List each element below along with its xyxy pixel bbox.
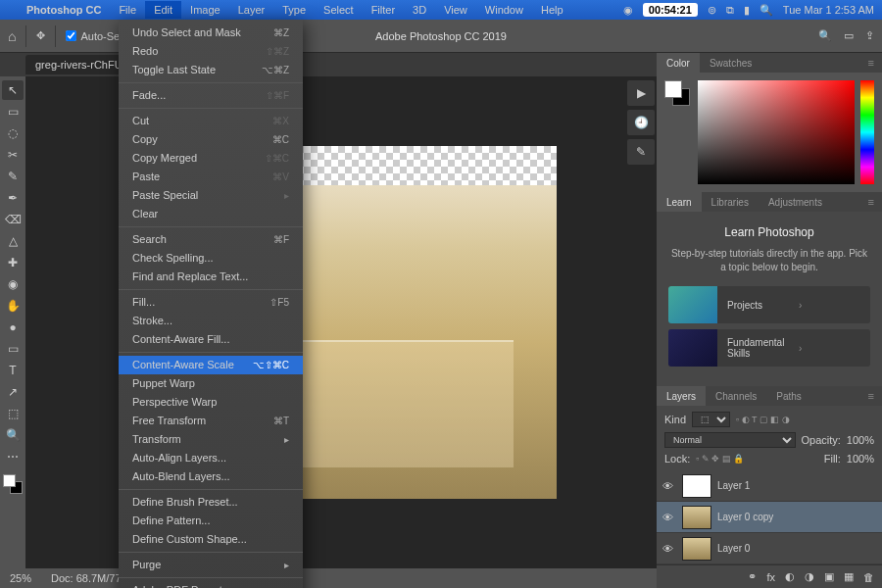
layer-row[interactable]: 👁Layer 1 bbox=[657, 470, 882, 502]
history-panel-icon[interactable]: 🕘 bbox=[627, 110, 655, 135]
menu-type[interactable]: Type bbox=[273, 1, 315, 19]
learn-item-projects[interactable]: Projects › bbox=[668, 286, 870, 323]
menu-item[interactable]: Perspective Warp bbox=[119, 393, 303, 412]
tool-2[interactable]: ◌ bbox=[2, 123, 24, 143]
menu-item[interactable]: Free Transform⌘T bbox=[119, 412, 303, 430]
record-icon[interactable]: ◉ bbox=[623, 4, 633, 17]
adjustment-icon[interactable]: ◑ bbox=[805, 570, 814, 583]
tool-17[interactable]: ⋯ bbox=[2, 447, 24, 466]
link-layers-icon[interactable]: ⚭ bbox=[748, 570, 757, 583]
left-toolbar: ↖▭◌✂✎✒⌫△✚◉✋●▭T↗⬚🔍⋯ bbox=[0, 76, 25, 568]
menu-item[interactable]: Check Spelling... bbox=[119, 249, 303, 268]
layers-footer: ⚭ fx ◐ ◑ ▣ ▦ 🗑 bbox=[657, 564, 882, 588]
menu-item[interactable]: Content-Aware Scale⌥⇧⌘C bbox=[119, 356, 303, 374]
color-swatch[interactable] bbox=[3, 474, 23, 494]
menu-edit[interactable]: Edit bbox=[145, 1, 181, 19]
tool-14[interactable]: ↗ bbox=[2, 382, 24, 402]
tab-learn[interactable]: Learn bbox=[657, 192, 702, 212]
tool-3[interactable]: ✂ bbox=[2, 145, 24, 165]
menu-item[interactable]: Stroke... bbox=[119, 312, 303, 330]
menu-item[interactable]: Search⌘F bbox=[119, 230, 303, 249]
menu-window[interactable]: Window bbox=[476, 1, 532, 19]
menu-filter[interactable]: Filter bbox=[363, 1, 404, 19]
menu-view[interactable]: View bbox=[435, 1, 476, 19]
tool-5[interactable]: ✒ bbox=[2, 188, 24, 208]
menu-item[interactable]: Undo Select and Mask⌘Z bbox=[119, 24, 303, 42]
tab-libraries[interactable]: Libraries bbox=[702, 192, 759, 212]
tool-16[interactable]: 🔍 bbox=[2, 425, 24, 445]
layer-row[interactable]: 👁Layer 0 bbox=[657, 533, 882, 564]
panel-menu-icon[interactable]: ≡ bbox=[860, 192, 882, 212]
tool-13[interactable]: T bbox=[2, 361, 24, 380]
menu-item[interactable]: Toggle Last State⌥⌘Z bbox=[119, 61, 303, 79]
menu-item[interactable]: Purge▸ bbox=[119, 556, 303, 574]
tab-adjustments[interactable]: Adjustments bbox=[759, 192, 832, 212]
menu-item[interactable]: Transform▸ bbox=[119, 430, 303, 449]
learn-item-fundamentals[interactable]: Fundamental Skills › bbox=[668, 329, 870, 367]
share-icon[interactable]: ⇪ bbox=[865, 29, 874, 42]
tool-15[interactable]: ⬚ bbox=[2, 404, 24, 423]
menu-clock[interactable]: Tue Mar 1 2:53 AM bbox=[783, 4, 874, 16]
fx-icon[interactable]: fx bbox=[766, 571, 775, 583]
tool-8[interactable]: ✚ bbox=[2, 253, 24, 272]
home-icon[interactable]: ⌂ bbox=[8, 28, 16, 44]
visibility-icon[interactable]: 👁 bbox=[662, 480, 676, 492]
mask-icon[interactable]: ◐ bbox=[785, 570, 795, 583]
brush-panel-icon[interactable]: ✎ bbox=[627, 139, 655, 165]
lock-icons[interactable]: ▫ ✎ ✥ ▤ 🔒 bbox=[696, 454, 744, 464]
menu-select[interactable]: Select bbox=[315, 1, 363, 19]
menu-file[interactable]: File bbox=[110, 1, 145, 19]
kind-select[interactable]: ⬚ bbox=[692, 412, 730, 427]
panel-menu-icon[interactable]: ≡ bbox=[860, 53, 882, 73]
tab-layers[interactable]: Layers bbox=[657, 386, 706, 406]
move-tool-icon[interactable]: ✥ bbox=[36, 29, 45, 42]
menu-app[interactable]: Photoshop CC bbox=[18, 1, 110, 19]
search-icon[interactable]: 🔍 bbox=[818, 29, 832, 42]
delete-icon[interactable]: 🗑 bbox=[863, 571, 874, 583]
new-layer-icon[interactable]: ▦ bbox=[844, 570, 854, 583]
panel-menu-icon[interactable]: ≡ bbox=[860, 386, 882, 406]
workspace-icon[interactable]: ▭ bbox=[844, 29, 854, 42]
tool-7[interactable]: △ bbox=[2, 231, 24, 251]
battery-icon[interactable]: ▮ bbox=[744, 4, 750, 17]
tool-4[interactable]: ✎ bbox=[2, 167, 24, 186]
fill-value[interactable]: 100% bbox=[847, 453, 874, 465]
menu-layer[interactable]: Layer bbox=[229, 1, 274, 19]
zoom-level[interactable]: 25% bbox=[10, 572, 31, 584]
visibility-icon[interactable]: 👁 bbox=[662, 543, 676, 555]
menu-item[interactable]: Copy⌘C bbox=[119, 130, 303, 149]
hue-slider[interactable] bbox=[860, 80, 874, 184]
play-panel-icon[interactable]: ▶ bbox=[627, 80, 655, 106]
opacity-value[interactable]: 100% bbox=[847, 434, 874, 446]
tool-12[interactable]: ▭ bbox=[2, 339, 24, 359]
tab-channels[interactable]: Channels bbox=[706, 386, 766, 406]
menu-help[interactable]: Help bbox=[532, 1, 572, 19]
menu-item[interactable]: Find and Replace Text... bbox=[119, 268, 303, 286]
tool-10[interactable]: ✋ bbox=[2, 296, 24, 316]
menu-image[interactable]: Image bbox=[181, 1, 229, 19]
tool-1[interactable]: ▭ bbox=[2, 102, 24, 122]
color-swatches[interactable] bbox=[664, 80, 692, 184]
color-field[interactable] bbox=[698, 80, 855, 184]
mac-menubar: Photoshop CC File Edit Image Layer Type … bbox=[0, 0, 882, 20]
tool-6[interactable]: ⌫ bbox=[2, 210, 24, 229]
tab-swatches[interactable]: Swatches bbox=[700, 53, 761, 73]
tool-11[interactable]: ● bbox=[2, 318, 24, 337]
tool-0[interactable]: ↖ bbox=[2, 80, 24, 100]
wifi-icon[interactable]: ⧉ bbox=[726, 4, 734, 17]
visibility-icon[interactable]: 👁 bbox=[662, 512, 676, 523]
layer-row[interactable]: 👁Layer 0 copy bbox=[657, 502, 882, 533]
menu-item[interactable]: Define Pattern... bbox=[119, 512, 303, 530]
tab-color[interactable]: Color bbox=[657, 53, 700, 73]
tab-paths[interactable]: Paths bbox=[766, 386, 811, 406]
blend-mode-select[interactable]: Normal bbox=[664, 432, 796, 448]
tool-9[interactable]: ◉ bbox=[2, 274, 24, 294]
menu-item[interactable]: Adobe PDF Presets... bbox=[119, 581, 303, 588]
menu-3d[interactable]: 3D bbox=[404, 1, 435, 19]
filter-icons[interactable]: ▫ ◐ T ▢ ◧ ◑ bbox=[736, 415, 790, 424]
group-icon[interactable]: ▣ bbox=[824, 570, 834, 583]
cc-status-icon[interactable]: ⊚ bbox=[708, 4, 716, 17]
menu-item[interactable]: Fill...⇧F5 bbox=[119, 293, 303, 312]
spotlight-icon[interactable]: 🔍 bbox=[760, 4, 773, 17]
menu-item[interactable]: Puppet Warp bbox=[119, 374, 303, 393]
